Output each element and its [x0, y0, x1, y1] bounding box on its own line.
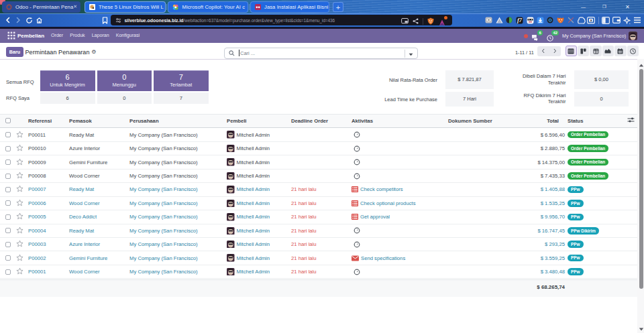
- svg-text:a: a: [590, 19, 592, 22]
- svg-text:f7: f7: [517, 17, 523, 23]
